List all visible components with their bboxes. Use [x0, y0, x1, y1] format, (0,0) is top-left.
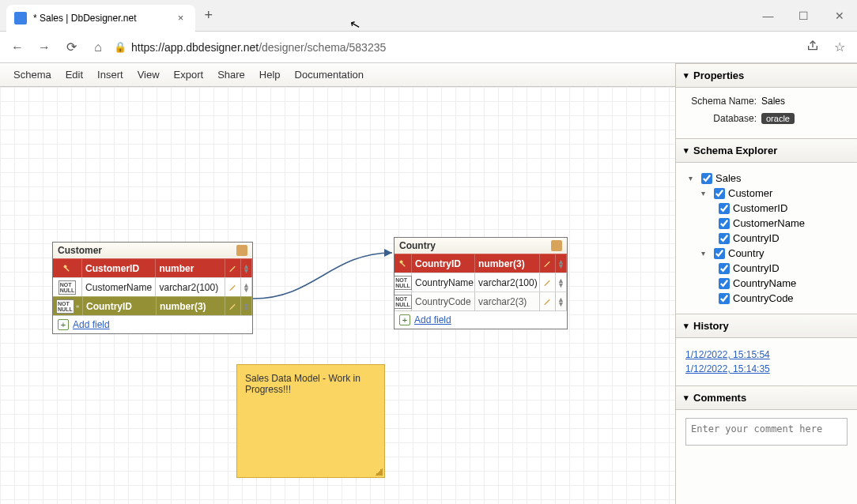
reorder-handle[interactable]: ▲▼ [241, 277, 252, 296]
window-close-icon[interactable]: ✕ [821, 9, 857, 22]
tree-checkbox[interactable] [714, 248, 725, 259]
tree-checkbox[interactable] [719, 293, 730, 304]
chevron-down-icon[interactable]: ▾ [689, 174, 698, 182]
tree-node-column[interactable]: CountryName [685, 276, 848, 291]
share-icon[interactable] [802, 39, 824, 55]
tree-node-column[interactable]: CustomerName [685, 216, 848, 231]
tree-node-table[interactable]: ▾Country [685, 246, 848, 261]
chevron-down-icon[interactable]: ▾ [701, 249, 711, 258]
field-name: CountryID [412, 254, 475, 273]
forward-button[interactable]: → [33, 40, 55, 55]
entity-header[interactable]: Country [395, 238, 567, 254]
tree-node-column[interactable]: CountryID [685, 261, 848, 276]
field-row[interactable]: NOTNULL CountryName varchar2(100) ▲▼ [395, 273, 567, 291]
bookmark-icon[interactable]: ☆ [829, 39, 851, 55]
menu-export[interactable]: Export [167, 69, 211, 81]
field-row[interactable]: NOTNULL CountryID number(3) ▲▼ [53, 296, 252, 315]
reorder-handle[interactable]: ▲▼ [556, 273, 567, 291]
panel-properties-header[interactable]: ▾ Properties [676, 63, 857, 88]
lock-icon: 🔒 [114, 41, 126, 53]
menu-schema[interactable]: Schema [6, 69, 59, 81]
svg-rect-7 [401, 262, 405, 266]
field-row[interactable]: CustomerID number ▲▼ [53, 258, 252, 277]
menu-view[interactable]: View [130, 69, 167, 81]
edit-field-button[interactable] [225, 258, 241, 277]
edit-field-button[interactable] [540, 254, 556, 273]
add-field-button[interactable]: + Add field [395, 310, 567, 329]
chevron-down-icon[interactable]: ▾ [701, 189, 711, 197]
url-display[interactable]: https://app.dbdesigner.net/designer/sche… [131, 41, 797, 54]
add-field-link[interactable]: Add field [73, 319, 110, 330]
panel-comments-header[interactable]: ▾ Comments [676, 386, 857, 410]
entity-country[interactable]: Country CountryID number(3) ▲▼ NOTNULL C… [394, 237, 568, 329]
tree-node-column[interactable]: CountryCode [685, 291, 848, 306]
add-field-link[interactable]: Add field [414, 314, 451, 325]
menu-edit[interactable]: Edit [59, 69, 90, 81]
edit-field-button[interactable] [225, 277, 241, 296]
foreign-key-icon: NOTNULL [53, 296, 83, 315]
window-maximize-icon[interactable]: ☐ [786, 9, 821, 22]
plus-icon: + [58, 319, 69, 330]
menu-insert[interactable]: Insert [90, 69, 130, 81]
edit-field-button[interactable] [225, 296, 241, 315]
chevron-down-icon: ▾ [684, 145, 689, 156]
field-name: CountryID [83, 296, 157, 315]
database-label: Database: [685, 113, 757, 124]
reorder-handle[interactable]: ▲▼ [556, 254, 567, 273]
entity-customer[interactable]: Customer CustomerID number ▲▼ NOTNULL Cu… [52, 242, 253, 334]
panel-schema-explorer-header[interactable]: ▾ Schema Explorer [676, 138, 857, 163]
browser-titlebar: * Sales | DbDesigner.net × + ― ☐ ✕ [0, 0, 857, 32]
tree-checkbox[interactable] [714, 188, 725, 199]
field-type: varchar2(3) [475, 291, 540, 310]
edit-field-button[interactable] [540, 291, 556, 310]
svg-rect-5 [77, 305, 78, 307]
svg-rect-3 [65, 267, 69, 271]
design-canvas[interactable]: Customer CustomerID number ▲▼ NOTNULL Cu… [0, 87, 675, 504]
reorder-handle[interactable]: ▲▼ [556, 291, 567, 310]
schema-name-value: Sales [761, 96, 785, 107]
tree-node-column[interactable]: CustomerID [685, 201, 848, 216]
history-entry[interactable]: 1/12/2022, 15:15:54 [685, 349, 848, 360]
tree-checkbox[interactable] [719, 233, 730, 244]
add-field-button[interactable]: + Add field [53, 315, 252, 333]
edit-field-button[interactable] [540, 273, 556, 291]
notnull-badge: NOTNULL [53, 277, 82, 296]
back-button[interactable]: ← [6, 40, 28, 55]
field-row[interactable]: NOTNULL CustomerName varchar2(100) ▲▼ [53, 277, 252, 296]
home-button[interactable]: ⌂ [87, 40, 109, 55]
gear-icon[interactable] [551, 240, 562, 251]
primary-key-icon [395, 254, 412, 273]
field-row[interactable]: CountryID number(3) ▲▼ [395, 254, 567, 273]
reorder-handle[interactable]: ▲▼ [241, 296, 252, 315]
menu-help[interactable]: Help [252, 69, 288, 81]
gear-icon[interactable] [236, 245, 247, 256]
sticky-note[interactable]: Sales Data Model - Work in Progress!!! [236, 364, 385, 478]
tree-node-table[interactable]: ▾Customer [685, 186, 848, 201]
field-row[interactable]: NOTNULL CountryCode varchar2(3) ▲▼ [395, 291, 567, 310]
tree-node-schema[interactable]: ▾Sales [685, 171, 848, 186]
entity-header[interactable]: Customer [53, 243, 252, 258]
new-tab-button[interactable]: + [205, 7, 213, 24]
notnull-badge: NOTNULL [395, 291, 412, 310]
menu-documentation[interactable]: Documentation [288, 69, 371, 81]
tree-checkbox[interactable] [719, 203, 730, 214]
menu-share[interactable]: Share [210, 69, 252, 81]
notnull-badge: NOTNULL [395, 273, 412, 291]
field-name: CountryCode [412, 291, 475, 310]
reload-button[interactable]: ⟳ [60, 39, 82, 55]
tree-checkbox[interactable] [719, 263, 730, 274]
tree-checkbox[interactable] [719, 278, 730, 289]
comment-input[interactable] [685, 418, 848, 446]
browser-tab[interactable]: * Sales | DbDesigner.net × [6, 5, 195, 32]
address-bar: ← → ⟳ ⌂ 🔒 https://app.dbdesigner.net/des… [0, 32, 857, 63]
tree-checkbox[interactable] [719, 218, 730, 229]
tree-checkbox[interactable] [701, 173, 712, 184]
window-minimize-icon[interactable]: ― [750, 9, 786, 22]
close-tab-icon[interactable]: × [175, 12, 187, 24]
schema-name-label: Schema Name: [685, 96, 757, 107]
panel-history-header[interactable]: ▾ History [676, 314, 857, 338]
primary-key-icon [53, 258, 82, 277]
history-entry[interactable]: 1/12/2022, 15:14:35 [685, 363, 848, 374]
reorder-handle[interactable]: ▲▼ [241, 258, 252, 277]
tree-node-column[interactable]: CountryID [685, 231, 848, 246]
